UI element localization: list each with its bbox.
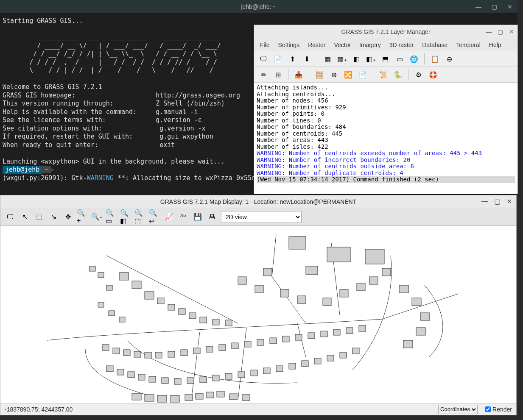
new-workspace-icon[interactable]: 📄 bbox=[272, 53, 284, 65]
close-icon[interactable]: ✕ bbox=[505, 3, 515, 11]
pan-icon[interactable]: ✥ bbox=[62, 211, 73, 223]
layer-manager-titlebar: GRASS GIS 7.2.1 Layer Manager — ▢ ✕ bbox=[254, 25, 517, 39]
menu-settings[interactable]: Settings bbox=[275, 40, 303, 50]
svg-rect-38 bbox=[206, 346, 213, 352]
attribute-table-icon[interactable]: ⊞ bbox=[272, 69, 284, 81]
python-icon[interactable]: 🐍 bbox=[392, 69, 404, 81]
minimize-icon[interactable]: — bbox=[486, 28, 492, 35]
zoom-out-icon[interactable]: 🔍- bbox=[91, 211, 102, 223]
svg-rect-58 bbox=[187, 378, 194, 384]
map-display-titlebar: GRASS GIS 7.2.1 Map Display: 1 - Locatio… bbox=[0, 195, 516, 208]
svg-rect-5 bbox=[238, 277, 246, 284]
analyze-icon[interactable]: 📈 bbox=[163, 211, 174, 223]
zoom-layer-icon[interactable]: 🔍◧ bbox=[120, 211, 131, 223]
svg-rect-21 bbox=[145, 292, 154, 299]
svg-rect-71 bbox=[352, 348, 359, 354]
svg-rect-75 bbox=[170, 395, 179, 402]
render-checkbox[interactable] bbox=[485, 406, 491, 412]
pointer-icon[interactable]: ↖ bbox=[19, 211, 30, 223]
maximize-icon[interactable]: ▢ bbox=[489, 3, 500, 11]
layer-copy-icon[interactable]: 📋 bbox=[429, 53, 441, 65]
raster-calc-icon[interactable]: 🧮 bbox=[313, 69, 325, 81]
svg-rect-72 bbox=[132, 393, 141, 400]
menu-3draster[interactable]: 3D raster bbox=[386, 40, 417, 50]
svg-rect-7 bbox=[280, 289, 289, 297]
add-vector-icon[interactable]: ◧ bbox=[350, 53, 362, 65]
add-raster-series-icon[interactable]: ▦₊ bbox=[336, 53, 348, 65]
menu-database[interactable]: Database bbox=[419, 40, 451, 50]
menu-raster[interactable]: Raster bbox=[305, 40, 329, 50]
svg-rect-42 bbox=[257, 339, 264, 345]
save-icon[interactable]: ⬇ bbox=[301, 53, 313, 65]
save-display-icon[interactable]: 💾 bbox=[192, 211, 203, 223]
svg-rect-35 bbox=[168, 351, 175, 357]
svg-rect-4 bbox=[263, 268, 272, 276]
minimize-icon[interactable]: — bbox=[481, 197, 488, 206]
add-webservice-icon[interactable]: 🌐 bbox=[408, 53, 420, 65]
map-display-title: GRASS GIS 7.2.1 Map Display: 1 - Locatio… bbox=[160, 198, 356, 205]
svg-rect-16 bbox=[420, 313, 430, 320]
add-vector-series-icon[interactable]: ◧₊ bbox=[365, 53, 377, 65]
view-mode-select[interactable]: 2D view bbox=[221, 211, 302, 223]
svg-rect-84 bbox=[106, 285, 112, 290]
map-canvas[interactable] bbox=[0, 226, 516, 403]
open-icon[interactable]: ⬆ bbox=[286, 53, 298, 65]
script-icon[interactable]: 📜 bbox=[378, 69, 389, 81]
menu-temporal[interactable]: Temporal bbox=[453, 40, 484, 50]
svg-rect-3 bbox=[306, 266, 318, 275]
menu-help[interactable]: Help bbox=[486, 40, 505, 50]
svg-rect-32 bbox=[134, 351, 141, 357]
svg-rect-20 bbox=[132, 281, 141, 289]
svg-rect-50 bbox=[359, 325, 366, 331]
select-icon[interactable]: ⬚ bbox=[34, 211, 45, 223]
svg-rect-62 bbox=[238, 372, 245, 378]
georectify-icon[interactable]: ⊕ bbox=[328, 69, 340, 81]
add-raster-icon[interactable]: ▦ bbox=[322, 53, 333, 65]
svg-rect-17 bbox=[416, 328, 425, 335]
composer-icon[interactable]: 📄 bbox=[357, 69, 369, 81]
import-raster-icon[interactable]: 📥 bbox=[293, 69, 305, 81]
zoom-extent-icon[interactable]: 🔍▭ bbox=[106, 211, 117, 223]
render-checkbox-label[interactable]: Render bbox=[485, 406, 512, 413]
zoom-in-icon[interactable]: 🔍+ bbox=[77, 211, 88, 223]
svg-rect-56 bbox=[162, 378, 168, 384]
layer-remove-icon[interactable]: ⊖ bbox=[443, 53, 455, 65]
help-icon[interactable]: 🛟 bbox=[427, 69, 439, 81]
svg-rect-59 bbox=[200, 377, 207, 383]
menu-file[interactable]: File bbox=[257, 40, 273, 50]
close-icon[interactable]: ✕ bbox=[509, 28, 514, 35]
svg-rect-57 bbox=[174, 378, 181, 384]
svg-rect-74 bbox=[157, 395, 167, 402]
maximize-icon[interactable]: ▢ bbox=[498, 28, 503, 35]
render-map-icon[interactable]: 🖵 bbox=[5, 211, 16, 223]
print-icon[interactable]: 🖶 bbox=[207, 211, 218, 223]
svg-rect-81 bbox=[242, 395, 250, 401]
menu-vector[interactable]: Vector bbox=[330, 40, 354, 50]
svg-rect-33 bbox=[145, 352, 151, 358]
add-text-icon[interactable]: ᴬᵇ bbox=[178, 211, 189, 223]
zoom-region-icon[interactable]: 🔍⬚ bbox=[134, 211, 145, 223]
menu-imagery[interactable]: Imagery bbox=[356, 40, 384, 50]
svg-rect-13 bbox=[382, 268, 391, 276]
svg-rect-80 bbox=[229, 394, 237, 400]
maximize-icon[interactable]: ▢ bbox=[494, 197, 501, 206]
svg-rect-2 bbox=[365, 249, 384, 264]
query-icon[interactable]: ↘ bbox=[48, 211, 59, 223]
svg-rect-26 bbox=[200, 317, 207, 323]
svg-rect-0 bbox=[289, 236, 306, 249]
add-group-icon[interactable]: ▭ bbox=[394, 53, 406, 65]
edit-icon[interactable]: ✏ bbox=[257, 69, 269, 81]
zoom-previous-icon[interactable]: 🔍↩ bbox=[149, 211, 160, 223]
close-icon[interactable]: ✕ bbox=[506, 197, 512, 206]
status-mode-select[interactable]: Coordinates bbox=[438, 405, 478, 414]
settings-icon[interactable]: ⚙ bbox=[413, 69, 425, 81]
svg-rect-37 bbox=[193, 348, 200, 354]
svg-rect-44 bbox=[282, 336, 289, 342]
minimize-icon[interactable]: — bbox=[473, 3, 484, 11]
svg-rect-45 bbox=[295, 334, 302, 340]
modeler-icon[interactable]: 🔀 bbox=[342, 69, 354, 81]
add-overlay-icon[interactable]: ⬒ bbox=[379, 53, 391, 65]
terminal-titlebar: jehb@jehb: ~ — ▢ ✕ bbox=[0, 0, 517, 14]
svg-rect-64 bbox=[263, 368, 270, 374]
new-display-icon[interactable]: 🖵 bbox=[257, 53, 269, 65]
